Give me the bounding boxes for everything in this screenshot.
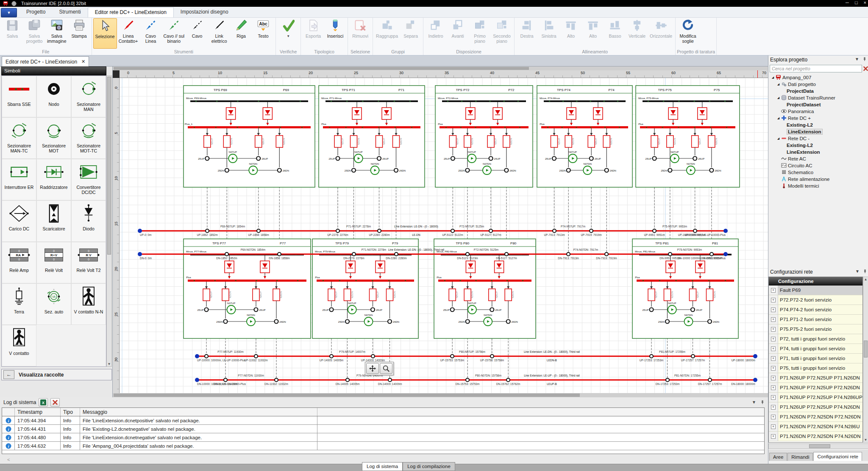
tree-item-ampang-007[interactable]: ◢Ampang_007 [768,74,868,81]
canvas-horizontal-scrollbar-bottom[interactable] [113,393,768,397]
expand-plus-icon[interactable]: + [771,366,776,371]
expand-plus-icon[interactable]: + [771,317,776,322]
symbol-diodo[interactable]: Diodo [71,200,106,242]
expand-plus-icon[interactable]: + [771,298,776,302]
pan-tool-button[interactable] [366,363,379,374]
cavo-button[interactable]: Cavo [186,18,208,49]
tree-item-rete-ac[interactable]: Rete AC [768,155,868,162]
back-arrow-button[interactable]: ← [3,370,14,379]
expand-plus-icon[interactable]: + [771,346,776,351]
symbol-sezauto[interactable]: VASez. auto [36,283,71,325]
symbol-vcont[interactable]: V contatto [2,325,36,366]
tree-item-dataset-trainsrunner[interactable]: ◢Dataset TrainsRunner [768,94,868,101]
tab-aree[interactable]: Aree [769,453,787,461]
inserisci-button[interactable]: Inserisci [324,18,346,49]
document-tab-close-icon[interactable]: ✕ [81,59,85,64]
expand-plus-icon[interactable]: + [771,385,776,390]
configuration-row[interactable]: +P74, tutti i gruppi fuori servizio [769,344,862,354]
tab-configurazioni-rete[interactable]: Configurazioni rete [813,452,862,461]
clear-log-button[interactable] [50,398,60,407]
tree-item-projectdata[interactable]: ProjectData [768,88,868,94]
expand-plus-icon[interactable]: + [771,376,776,380]
tab-log-di-compilazione[interactable]: Log di compilazione [403,462,455,471]
track-bus-line[interactable]: UP-10000: 10000m, LE-UP-10000-PlusUP-119… [195,350,757,362]
expand-plus-icon[interactable]: + [771,288,776,293]
expand-plus-icon[interactable]: + [771,356,776,361]
track-bus-line[interactable]: UP-0: 0mUP-1852: 1852mUP-1858: 1858mUP-2… [138,225,727,236]
configuration-row[interactable]: +P71.N26DN P72.N25DN P72.N26DN [769,412,862,422]
expand-plus-icon[interactable]: + [771,405,776,410]
chevron-down-icon[interactable]: ▼ [752,400,756,405]
expander-icon[interactable]: ◢ [776,137,780,140]
tps-block-P72[interactable]: TPS P72P72Minus, P72-MinusPlusN25UPN25DN… [435,86,533,254]
view-collections-label[interactable]: Visualizza raccolte [19,372,64,378]
tree-item-dati-progetto[interactable]: ◢Dati progetto [768,81,868,88]
log-collapse-arrow[interactable]: < [7,457,10,462]
tree-item-panoramica[interactable]: Panoramica [768,108,868,115]
link-button[interactable]: Link elettrico [208,18,230,49]
tab-rimandi[interactable]: Rimandi [787,453,813,461]
stampa-button[interactable]: Stampa [68,18,90,49]
tree-item-projectdataset[interactable]: ProjectDataset [768,101,868,108]
tree-item-rete-dc-[interactable]: ◢Rete DC + [768,115,868,122]
pin-icon[interactable] [863,269,867,274]
symbol-vcontnn[interactable]: V contatto N-N [71,283,106,325]
symbol-inter[interactable]: Interruttore ER [2,159,36,200]
testo-button[interactable]: AbcTesto [252,18,274,49]
riga-button[interactable]: Riga [230,18,252,49]
tab-strumenti[interactable]: Strumenti [52,7,87,17]
track-bus-line[interactable]: DN-10000: 10000m, LE-DN-10000-PlusDN-119… [195,374,757,385]
tps-block-P69[interactable]: TPS P69P69Minus, P69-MinusPlus_1N25UPN25… [184,86,315,254]
tps-block-P71[interactable]: TPS P71P71Minus, P71-MinusPlusN25UPN25DN… [319,86,425,254]
verifiche-button[interactable]: ▼ [277,18,299,49]
configuration-row[interactable]: +P71.N26DN P72.N25DN P74.N26DN [769,432,862,441]
configurations-vertical-scrollbar[interactable]: ▲▼ [863,277,868,443]
tps-block-P75[interactable]: TPS P75P75Minus, P75-MinusPlusN25UPN25DN… [636,86,740,254]
close-button[interactable]: × [864,0,866,5]
log-col-timestamp[interactable]: Timestamp [15,408,61,416]
app-menu-button[interactable]: ▼ [1,8,17,17]
symbol-sezman[interactable]: Sezionatore MAN [71,76,106,117]
expand-plus-icon[interactable]: + [771,308,776,312]
minimize-button[interactable]: ─ [846,0,849,5]
symbol-carico[interactable]: Carico DC [2,200,36,242]
symbol-sezmottc[interactable]: Sezionatore MOT-TC [71,117,106,159]
configuration-row[interactable]: +Fault P69 [769,285,862,295]
symbol-relevolt[interactable]: 0R∘V0Relè Volt [36,242,71,283]
symbol-scaric[interactable]: Scaricatore [36,200,71,242]
configuration-row[interactable]: +P71.N26UP P72.N25UP P74.N26DN [769,402,862,412]
expand-plus-icon[interactable]: + [771,327,776,332]
tab-editor-rete-dc-lineextension[interactable]: Editor rete DC+ - LineExtension [88,7,174,17]
selezione-button[interactable]: Selezione [93,18,117,49]
symbol-sezmot[interactable]: Sezionatore MOT [36,117,71,159]
salva-button[interactable]: Salva immagine [45,18,68,49]
tab-log-di-sistema[interactable]: Log di sistema [362,462,403,471]
tree-item-circuito-ac[interactable]: Circuito AC [768,162,868,169]
expander-icon[interactable]: ◢ [771,76,775,79]
document-tab[interactable]: Editor rete DC+ - LineExtension ✕ [2,56,89,66]
expander-icon[interactable]: ◢ [776,83,780,86]
expand-plus-icon[interactable]: + [771,337,776,341]
cavo-sul-button[interactable]: Cavo // sul binario [161,18,186,49]
configuration-row[interactable]: +P71.N26UP P72.N25UP P72.N26DN [769,383,862,393]
maximize-button[interactable]: □ [855,0,858,5]
canvas-horizontal-scrollbar-top[interactable] [113,66,768,70]
tree-item-lineextension[interactable]: LineExtension [768,149,868,155]
tree-item-existing-l2[interactable]: Existing-L2 [768,122,868,128]
log-col-tipo[interactable]: Tipo [61,408,80,416]
symbol-nodo[interactable]: Nodo [36,76,71,117]
symbols-scrollbar[interactable]: ▼ [106,75,112,367]
symbol-relevolt2[interactable]: 0R V0Relè Volt T2 [71,242,106,283]
tree-item-lineextension[interactable]: LineExtension [768,128,868,135]
tree-item-rete-dc-[interactable]: ◢Rete DC - [768,135,868,142]
chevron-down-icon[interactable]: ▼ [855,57,859,62]
expand-plus-icon[interactable]: + [771,415,776,419]
dropdown-caret-icon[interactable]: ▼ [287,34,290,38]
configuration-row[interactable]: +P71.N26DN P72.N25DN P74.N286U [769,422,862,432]
pin-icon[interactable] [862,57,867,62]
expander-icon[interactable]: ◢ [776,96,780,100]
configuration-row[interactable]: +P72.P72-2 fuori servizio [769,295,862,305]
configuration-row[interactable]: +P75, tutti i gruppi fuori servizio [769,363,862,373]
configurations-horizontal-scrollbar[interactable] [768,443,868,449]
symbol-sezmantc[interactable]: Sezionatore MAN-TC [2,117,36,159]
